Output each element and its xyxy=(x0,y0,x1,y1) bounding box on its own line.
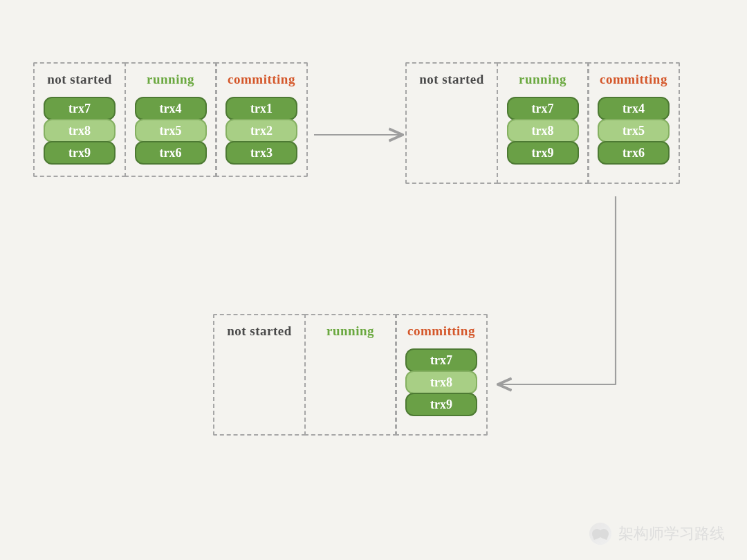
stage-2: not started running trx7 trx8 trx9 commi… xyxy=(405,62,680,184)
trx-item: trx8 xyxy=(44,119,116,142)
items: trx7 trx8 trx9 xyxy=(40,97,119,165)
trx-item: trx3 xyxy=(225,141,297,165)
wechat-icon xyxy=(589,523,611,545)
trx-item: trx8 xyxy=(405,371,477,394)
items: trx7 trx8 trx9 xyxy=(402,348,481,416)
items-empty xyxy=(412,97,491,171)
items-empty xyxy=(311,348,390,423)
trx-item: trx9 xyxy=(405,393,477,416)
items: trx1 trx2 trx3 xyxy=(222,97,301,165)
col-running: running trx7 trx8 trx9 xyxy=(497,62,589,184)
arrow-stage2-to-stage3 xyxy=(491,194,622,401)
trx-item: trx8 xyxy=(507,119,579,142)
state-label-running: running xyxy=(519,72,566,87)
trx-item: trx5 xyxy=(598,119,670,142)
items: trx4 trx5 trx6 xyxy=(594,97,673,165)
state-label-not-started: not started xyxy=(419,72,484,87)
arrow-stage1-to-stage2 xyxy=(313,124,409,145)
trx-item: trx2 xyxy=(225,119,297,142)
trx-item: trx5 xyxy=(135,119,207,142)
trx-item: trx1 xyxy=(225,97,297,120)
trx-item: trx4 xyxy=(598,97,670,120)
state-label-committing: committing xyxy=(228,72,295,87)
state-label-committing: committing xyxy=(407,324,475,339)
watermark-text: 架构师学习路线 xyxy=(618,523,725,544)
items-empty xyxy=(220,348,299,423)
trx-item: trx7 xyxy=(405,348,477,372)
col-not-started: not started xyxy=(213,314,306,436)
col-running: running trx4 trx5 trx6 xyxy=(124,62,217,177)
stage-3: not started running committing trx7 trx8… xyxy=(213,314,488,436)
watermark: 架构师学习路线 xyxy=(589,523,725,545)
trx-item: trx9 xyxy=(507,141,579,165)
stage-1: not started trx7 trx8 trx9 running trx4 … xyxy=(33,62,308,177)
trx-item: trx6 xyxy=(598,141,670,165)
col-committing: committing trx4 trx5 trx6 xyxy=(587,62,680,184)
trx-item: trx9 xyxy=(44,141,116,165)
trx-item: trx7 xyxy=(44,97,116,120)
state-label-committing: committing xyxy=(600,72,667,87)
state-label-running: running xyxy=(147,72,194,87)
state-label-running: running xyxy=(326,324,374,339)
trx-item: trx6 xyxy=(135,141,207,165)
state-label-not-started: not started xyxy=(47,72,112,87)
col-not-started: not started trx7 trx8 trx9 xyxy=(33,62,126,177)
trx-item: trx7 xyxy=(507,97,579,120)
col-committing: committing trx1 trx2 trx3 xyxy=(215,62,308,177)
state-label-not-started: not started xyxy=(227,324,292,339)
items: trx7 trx8 trx9 xyxy=(504,97,582,165)
col-running: running xyxy=(304,314,397,436)
col-not-started: not started xyxy=(405,62,498,184)
col-committing: committing trx7 trx8 trx9 xyxy=(395,314,488,436)
trx-item: trx4 xyxy=(135,97,207,120)
items: trx4 trx5 trx6 xyxy=(131,97,210,165)
